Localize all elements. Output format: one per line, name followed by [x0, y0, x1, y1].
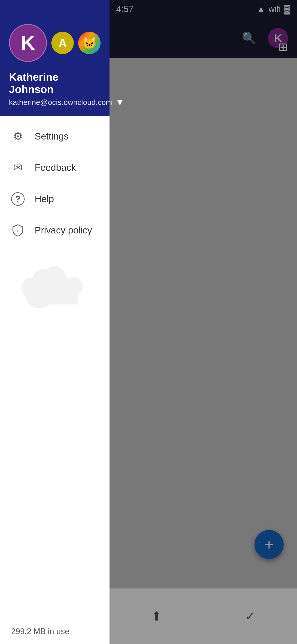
right-overlay[interactable] — [109, 0, 297, 644]
privacy-policy-label: Privacy policy — [35, 225, 92, 236]
drawer-menu: ⚙ Settings ✉ Feedback ? Help i Privacy p… — [0, 116, 109, 619]
feedback-label: Feedback — [35, 162, 76, 173]
settings-icon: ⚙ — [11, 130, 24, 143]
cloud-logo-watermark — [0, 246, 109, 326]
account-a-avatar[interactable]: A — [51, 32, 74, 54]
svg-rect-9 — [28, 293, 77, 304]
menu-item-help[interactable]: ? Help — [0, 183, 109, 215]
svg-text:i: i — [17, 228, 18, 234]
storage-text: 299.2 MB in use — [11, 627, 69, 636]
drawer-header: K A 🐱 Katherine Johnson katherine@ocis.o… — [0, 0, 109, 116]
current-user-avatar[interactable]: K — [9, 24, 47, 62]
navigation-drawer: K A 🐱 Katherine Johnson katherine@ocis.o… — [0, 0, 109, 644]
feedback-icon: ✉ — [11, 161, 24, 174]
menu-item-settings[interactable]: ⚙ Settings — [0, 121, 109, 152]
menu-item-feedback[interactable]: ✉ Feedback — [0, 152, 109, 183]
svg-point-8 — [44, 266, 65, 287]
drawer-avatars: K A 🐱 — [9, 24, 101, 62]
storage-usage-bar: 299.2 MB in use — [0, 619, 109, 644]
user-email-row: katherine@ocis.owncloud.com ▼ — [9, 97, 101, 107]
user-email: katherine@ocis.owncloud.com — [9, 98, 112, 107]
menu-item-privacy-policy[interactable]: i Privacy policy — [0, 215, 109, 246]
help-label: Help — [35, 194, 54, 204]
account-cat-avatar[interactable]: 🐱 — [78, 32, 101, 54]
privacy-icon: i — [11, 224, 24, 237]
help-icon: ? — [11, 192, 24, 206]
user-display-name: Katherine Johnson — [9, 71, 101, 96]
settings-label: Settings — [35, 131, 69, 142]
account-switcher-button[interactable]: ▼ — [116, 97, 124, 107]
svg-point-7 — [65, 277, 83, 296]
